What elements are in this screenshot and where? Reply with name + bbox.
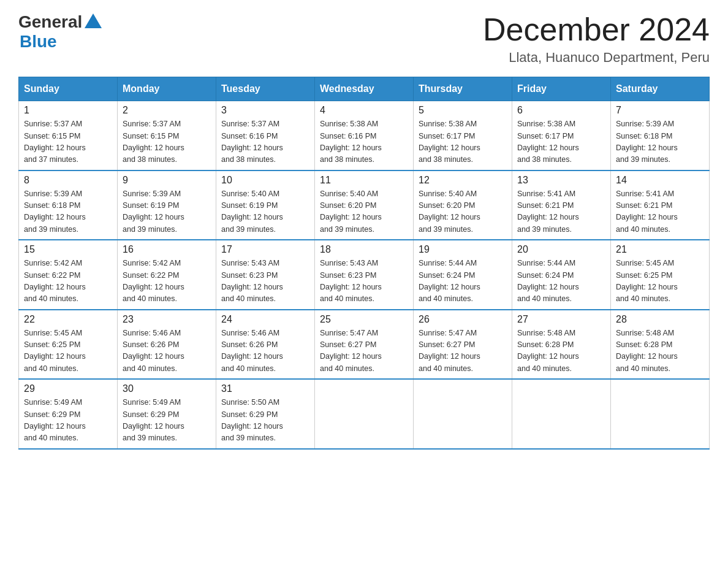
day-number: 11 (320, 175, 408, 186)
day-number: 18 (320, 244, 408, 255)
day-number: 9 (123, 175, 211, 186)
day-info: Sunrise: 5:48 AMSunset: 6:28 PMDaylight:… (517, 327, 605, 375)
calendar-cell: 20Sunrise: 5:44 AMSunset: 6:24 PMDayligh… (512, 240, 611, 310)
calendar-cell: 28Sunrise: 5:48 AMSunset: 6:28 PMDayligh… (611, 310, 710, 380)
calendar-cell: 27Sunrise: 5:48 AMSunset: 6:28 PMDayligh… (512, 310, 611, 380)
calendar-cell: 29Sunrise: 5:49 AMSunset: 6:29 PMDayligh… (19, 379, 118, 449)
calendar-cell (414, 379, 512, 449)
day-info: Sunrise: 5:37 AMSunset: 6:16 PMDaylight:… (221, 118, 309, 166)
day-info: Sunrise: 5:41 AMSunset: 6:21 PMDaylight:… (616, 188, 704, 236)
day-number: 27 (517, 314, 605, 325)
day-number: 29 (24, 383, 112, 394)
weekday-header-saturday: Saturday (611, 77, 710, 101)
calendar-cell: 1Sunrise: 5:37 AMSunset: 6:15 PMDaylight… (19, 101, 118, 170)
month-title: December 2024 (483, 12, 710, 47)
title-section: December 2024 Llata, Huanuco Department,… (483, 12, 710, 66)
calendar-week-row-1: 1Sunrise: 5:37 AMSunset: 6:15 PMDaylight… (19, 101, 710, 170)
day-number: 22 (24, 314, 112, 325)
day-info: Sunrise: 5:41 AMSunset: 6:21 PMDaylight:… (517, 188, 605, 236)
calendar-cell: 19Sunrise: 5:44 AMSunset: 6:24 PMDayligh… (414, 240, 512, 310)
calendar-week-row-3: 15Sunrise: 5:42 AMSunset: 6:22 PMDayligh… (19, 240, 710, 310)
day-info: Sunrise: 5:43 AMSunset: 6:23 PMDaylight:… (320, 258, 408, 305)
calendar-cell: 22Sunrise: 5:45 AMSunset: 6:25 PMDayligh… (19, 310, 118, 380)
day-number: 28 (616, 314, 704, 325)
day-number: 19 (419, 244, 507, 255)
calendar-cell (315, 379, 414, 449)
calendar-cell: 21Sunrise: 5:45 AMSunset: 6:25 PMDayligh… (611, 240, 710, 310)
calendar-cell: 10Sunrise: 5:40 AMSunset: 6:19 PMDayligh… (216, 170, 315, 240)
day-number: 15 (24, 244, 112, 255)
day-info: Sunrise: 5:40 AMSunset: 6:20 PMDaylight:… (320, 188, 408, 236)
calendar-cell: 11Sunrise: 5:40 AMSunset: 6:20 PMDayligh… (315, 170, 414, 240)
weekday-header-monday: Monday (118, 77, 216, 101)
day-info: Sunrise: 5:47 AMSunset: 6:27 PMDaylight:… (419, 327, 507, 375)
day-number: 25 (320, 314, 408, 325)
page-header: General Blue December 2024 Llata, Huanuc… (18, 12, 710, 66)
day-info: Sunrise: 5:37 AMSunset: 6:15 PMDaylight:… (123, 118, 211, 166)
calendar-cell: 18Sunrise: 5:43 AMSunset: 6:23 PMDayligh… (315, 240, 414, 310)
day-info: Sunrise: 5:46 AMSunset: 6:26 PMDaylight:… (221, 327, 309, 375)
day-number: 1 (24, 105, 112, 116)
logo-general-text: General (18, 12, 82, 32)
day-number: 14 (616, 175, 704, 186)
calendar-cell: 25Sunrise: 5:47 AMSunset: 6:27 PMDayligh… (315, 310, 414, 380)
day-info: Sunrise: 5:40 AMSunset: 6:19 PMDaylight:… (221, 188, 309, 236)
day-info: Sunrise: 5:43 AMSunset: 6:23 PMDaylight:… (221, 258, 309, 305)
day-info: Sunrise: 5:40 AMSunset: 6:20 PMDaylight:… (419, 188, 507, 236)
day-number: 21 (616, 244, 704, 255)
day-info: Sunrise: 5:37 AMSunset: 6:15 PMDaylight:… (24, 118, 112, 166)
calendar-week-row-2: 8Sunrise: 5:39 AMSunset: 6:18 PMDaylight… (19, 170, 710, 240)
calendar-cell: 16Sunrise: 5:42 AMSunset: 6:22 PMDayligh… (118, 240, 216, 310)
day-info: Sunrise: 5:39 AMSunset: 6:18 PMDaylight:… (616, 118, 704, 166)
day-info: Sunrise: 5:46 AMSunset: 6:26 PMDaylight:… (123, 327, 211, 375)
location-title: Llata, Huanuco Department, Peru (483, 50, 710, 66)
calendar-cell: 30Sunrise: 5:49 AMSunset: 6:29 PMDayligh… (118, 379, 216, 449)
day-number: 8 (24, 175, 112, 186)
day-number: 31 (221, 383, 309, 394)
day-number: 5 (419, 105, 507, 116)
calendar-cell: 2Sunrise: 5:37 AMSunset: 6:15 PMDaylight… (118, 101, 216, 170)
weekday-header-sunday: Sunday (19, 77, 118, 101)
day-number: 2 (123, 105, 211, 116)
day-number: 26 (419, 314, 507, 325)
day-number: 30 (123, 383, 211, 394)
calendar-cell: 6Sunrise: 5:38 AMSunset: 6:17 PMDaylight… (512, 101, 611, 170)
weekday-header-wednesday: Wednesday (315, 77, 414, 101)
day-info: Sunrise: 5:39 AMSunset: 6:18 PMDaylight:… (24, 188, 112, 236)
day-info: Sunrise: 5:38 AMSunset: 6:16 PMDaylight:… (320, 118, 408, 166)
calendar-week-row-4: 22Sunrise: 5:45 AMSunset: 6:25 PMDayligh… (19, 310, 710, 380)
calendar-cell: 31Sunrise: 5:50 AMSunset: 6:29 PMDayligh… (216, 379, 315, 449)
weekday-header-friday: Friday (512, 77, 611, 101)
calendar-cell: 23Sunrise: 5:46 AMSunset: 6:26 PMDayligh… (118, 310, 216, 380)
weekday-header-tuesday: Tuesday (216, 77, 315, 101)
day-info: Sunrise: 5:38 AMSunset: 6:17 PMDaylight:… (419, 118, 507, 166)
day-number: 20 (517, 244, 605, 255)
calendar-cell (512, 379, 611, 449)
day-info: Sunrise: 5:44 AMSunset: 6:24 PMDaylight:… (419, 258, 507, 305)
day-number: 13 (517, 175, 605, 186)
day-number: 10 (221, 175, 309, 186)
day-number: 17 (221, 244, 309, 255)
calendar-cell: 9Sunrise: 5:39 AMSunset: 6:19 PMDaylight… (118, 170, 216, 240)
calendar-cell: 3Sunrise: 5:37 AMSunset: 6:16 PMDaylight… (216, 101, 315, 170)
calendar-week-row-5: 29Sunrise: 5:49 AMSunset: 6:29 PMDayligh… (19, 379, 710, 449)
calendar-cell: 17Sunrise: 5:43 AMSunset: 6:23 PMDayligh… (216, 240, 315, 310)
day-info: Sunrise: 5:47 AMSunset: 6:27 PMDaylight:… (320, 327, 408, 375)
day-info: Sunrise: 5:44 AMSunset: 6:24 PMDaylight:… (517, 258, 605, 305)
day-info: Sunrise: 5:45 AMSunset: 6:25 PMDaylight:… (616, 258, 704, 305)
day-number: 3 (221, 105, 309, 116)
day-info: Sunrise: 5:42 AMSunset: 6:22 PMDaylight:… (123, 258, 211, 305)
day-number: 16 (123, 244, 211, 255)
weekday-header-thursday: Thursday (414, 77, 512, 101)
calendar-cell: 13Sunrise: 5:41 AMSunset: 6:21 PMDayligh… (512, 170, 611, 240)
calendar-cell: 24Sunrise: 5:46 AMSunset: 6:26 PMDayligh… (216, 310, 315, 380)
logo-blue-text: Blue (20, 32, 57, 52)
day-number: 7 (616, 105, 704, 116)
day-info: Sunrise: 5:42 AMSunset: 6:22 PMDaylight:… (24, 258, 112, 305)
day-info: Sunrise: 5:38 AMSunset: 6:17 PMDaylight:… (517, 118, 605, 166)
calendar-cell: 4Sunrise: 5:38 AMSunset: 6:16 PMDaylight… (315, 101, 414, 170)
calendar-cell: 14Sunrise: 5:41 AMSunset: 6:21 PMDayligh… (611, 170, 710, 240)
calendar-cell: 15Sunrise: 5:42 AMSunset: 6:22 PMDayligh… (19, 240, 118, 310)
logo-triangle-icon (85, 13, 102, 28)
day-info: Sunrise: 5:45 AMSunset: 6:25 PMDaylight:… (24, 327, 112, 375)
